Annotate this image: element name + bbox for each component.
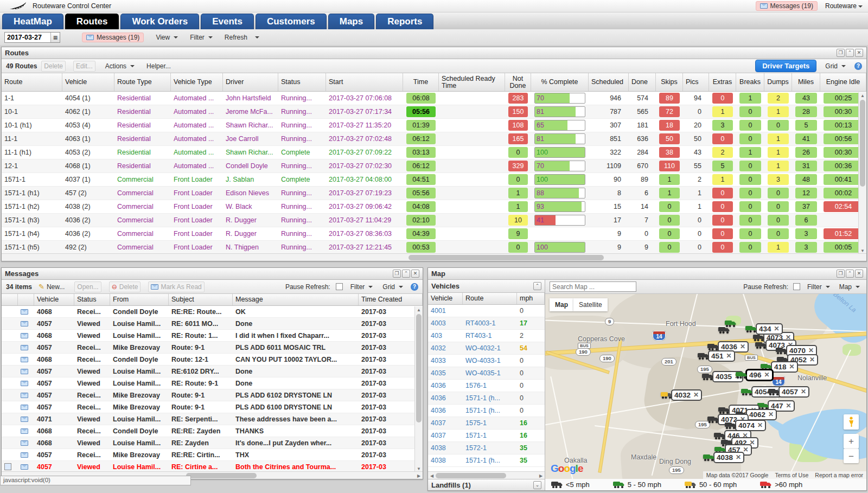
routes-col-dumps[interactable]: Dumps bbox=[764, 73, 792, 91]
vehicle-marker[interactable] bbox=[718, 326, 729, 334]
marker-close-icon[interactable]: ✕ bbox=[757, 421, 763, 430]
maximize-icon[interactable]: ❐ bbox=[837, 49, 845, 57]
vehicle-link[interactable]: 4038 bbox=[428, 454, 463, 466]
route-link[interactable]: 1571-1 (h... bbox=[463, 392, 517, 404]
route-link[interactable]: 1571-1 bbox=[463, 430, 517, 441]
landfills-subpanel-header[interactable]: Landfills (1) ⌄ bbox=[428, 479, 545, 490]
expand-icon[interactable]: ⌄ bbox=[533, 481, 541, 489]
message-row[interactable]: 4057ViewedLouise Hamil...RE: Route: 9-1D… bbox=[2, 377, 423, 389]
calendar-icon[interactable]: ▦ bbox=[50, 33, 60, 42]
vehicle-marker-451[interactable]: 451✕ bbox=[697, 350, 735, 362]
account-menu[interactable]: Routeware bbox=[825, 2, 863, 10]
vehicle-marker-434[interactable]: 434✕ bbox=[745, 323, 783, 335]
routes-vertical-scrollbar[interactable]: ▲▼ bbox=[858, 92, 866, 254]
maximize-icon[interactable]: ❐ bbox=[393, 270, 401, 278]
routes-col-status[interactable]: Status bbox=[278, 73, 326, 91]
refresh-menu[interactable]: Refresh bbox=[225, 34, 259, 41]
vehicle-link[interactable]: 4037 bbox=[428, 417, 463, 429]
vehicle-row[interactable]: 4035WO-4035-10 bbox=[428, 367, 545, 380]
message-row[interactable]: 4057ViewedLouise Hamil...RE:6102 DRY...D… bbox=[2, 366, 423, 377]
table-row[interactable]: 1571-1 (h5)492 (2)CommercialFront Loader… bbox=[2, 241, 866, 254]
routes-col-pics[interactable]: Pics bbox=[683, 73, 709, 91]
message-row[interactable]: 4068ViewedLouise Hamil...RE: Route: 1...… bbox=[2, 330, 423, 342]
collapse-icon[interactable]: ⌃ bbox=[846, 270, 854, 278]
marker-close-icon[interactable]: ✕ bbox=[786, 401, 792, 411]
vehicle-row[interactable]: 4032WO-4032-154 bbox=[428, 342, 545, 355]
message-row[interactable]: 4057Recei...Mike BrezovayRoute: 9-1PLS A… bbox=[2, 389, 423, 401]
tab-events[interactable]: Events bbox=[201, 14, 254, 29]
maximize-icon[interactable]: ❐ bbox=[837, 270, 845, 278]
message-row[interactable]: 4057Recei...Mike BrezovayRE:RE: Cirtin..… bbox=[2, 449, 423, 461]
routes-col-extras[interactable]: Extras bbox=[709, 73, 736, 91]
collapse-icon[interactable]: ⌃ bbox=[402, 270, 410, 278]
vehicle-link[interactable]: 4036 bbox=[428, 392, 463, 404]
message-row[interactable]: 4057ViewedLouise Hamil...RE: 6011 MO...D… bbox=[2, 318, 423, 330]
header-messages-button[interactable]: Messages (19) bbox=[756, 1, 818, 11]
table-row[interactable]: 1571-1 (h1)457 (2)CommercialFront Loader… bbox=[2, 187, 866, 200]
zoom-in-button[interactable]: + bbox=[844, 434, 859, 449]
message-row[interactable]: 4071ViewedLouise Hamil...RE: Serpenti...… bbox=[2, 413, 423, 425]
route-link[interactable]: RT4003-1 bbox=[463, 317, 517, 329]
message-row[interactable]: 4068Recei...Condell DoyleRoute: 12-1CAN … bbox=[2, 354, 423, 366]
street-view-pegman[interactable] bbox=[844, 414, 859, 430]
routes-col-route[interactable]: Route bbox=[2, 73, 62, 91]
map-type-map-button[interactable]: Map bbox=[550, 298, 573, 311]
vehicle-link[interactable]: 403 bbox=[428, 330, 463, 342]
edit-button[interactable]: Edit... bbox=[73, 61, 95, 72]
routes-col-done[interactable]: Done bbox=[629, 73, 656, 91]
marker-close-icon[interactable]: ✕ bbox=[789, 362, 795, 372]
messages-col-message[interactable]: Message bbox=[233, 294, 359, 305]
vehicle-marker-4074[interactable]: 4074✕ bbox=[724, 420, 766, 431]
message-row[interactable]: 4068Recei...Condell DoyleRE:RE: Route...… bbox=[2, 306, 423, 318]
date-input[interactable] bbox=[5, 33, 50, 42]
vehicle-link[interactable]: 4003 bbox=[428, 317, 463, 329]
delete-button[interactable]: Delete bbox=[41, 61, 66, 72]
message-row[interactable]: 4057Recei...Mike BrezovayRoute: 9-1PLS A… bbox=[2, 401, 423, 413]
routes-col-vehicle[interactable]: Vehicle bbox=[62, 73, 114, 91]
vehicle-link[interactable]: 4033 bbox=[428, 355, 463, 367]
zoom-out-button[interactable]: − bbox=[844, 449, 859, 463]
route-link[interactable]: 1576-1 bbox=[463, 380, 517, 392]
table-row[interactable]: 1-14054 (1)ResidentialAutomated ...John … bbox=[2, 92, 866, 105]
vehicle-link[interactable]: 4038 bbox=[428, 442, 463, 454]
routes-horizontal-scrollbar[interactable] bbox=[2, 253, 866, 261]
marker-close-icon[interactable]: ✕ bbox=[774, 324, 780, 334]
message-row[interactable]: 4068Recei...Condell DoyleRE:RE: ZaydenTH… bbox=[2, 425, 423, 437]
marker-close-icon[interactable]: ✕ bbox=[736, 453, 741, 462]
vehicle-link[interactable]: 4037 bbox=[428, 430, 463, 441]
marker-close-icon[interactable]: ✕ bbox=[809, 355, 815, 364]
route-link[interactable]: 1571-1 (h... bbox=[463, 454, 517, 466]
report-map-error-link[interactable]: Report a map error bbox=[812, 471, 866, 479]
routes-col-scheduled[interactable]: Scheduled bbox=[589, 73, 629, 91]
toolbar-messages-button[interactable]: Messages (19) bbox=[82, 33, 144, 42]
close-icon[interactable]: ✕ bbox=[855, 270, 863, 278]
vehicle-row[interactable]: 40381572-135 bbox=[428, 442, 545, 454]
view-menu[interactable]: View bbox=[156, 34, 178, 41]
map-search-input[interactable] bbox=[550, 281, 636, 292]
message-checkbox[interactable] bbox=[4, 463, 11, 470]
tab-routes[interactable]: Routes bbox=[65, 14, 119, 29]
map-type-satellite-button[interactable]: Satellite bbox=[573, 298, 608, 311]
routes-col-driver[interactable]: Driver bbox=[223, 73, 278, 91]
marker-close-icon[interactable]: ✕ bbox=[693, 390, 699, 400]
messages-filter-menu[interactable]: Filter bbox=[348, 282, 375, 292]
routes-col-breaks[interactable]: Breaks bbox=[736, 73, 764, 91]
messages-col-status[interactable]: Status bbox=[74, 294, 110, 305]
mark-as-read-button[interactable]: Mark As Read bbox=[148, 281, 204, 292]
marker-close-icon[interactable]: ✕ bbox=[764, 370, 770, 380]
pause-refresh-checkbox[interactable] bbox=[793, 283, 800, 290]
vehicles-col-mph[interactable]: mph bbox=[517, 293, 545, 304]
vehicle-row[interactable]: 40361571-1 (h...0 bbox=[428, 392, 545, 405]
vehicles-horizontal-scrollbar[interactable]: ◀ ▶ bbox=[428, 471, 545, 479]
vehicle-row[interactable]: 40381571-1 (h...35 bbox=[428, 454, 545, 467]
routes-col-skips[interactable]: Skips bbox=[656, 73, 683, 91]
route-link[interactable]: WO-4032-1 bbox=[463, 342, 517, 354]
table-row[interactable]: 12-14068 (1)ResidentialAutomated ...Cond… bbox=[2, 159, 866, 173]
vehicle-row[interactable]: 40361571-1 (h...0 bbox=[428, 405, 545, 417]
table-row[interactable]: 11-1 (h1)4053 (2)ResidentialAutomated ..… bbox=[2, 146, 866, 159]
route-link[interactable]: RT403-1 bbox=[463, 330, 517, 342]
messages-col-blank[interactable] bbox=[18, 294, 34, 305]
routes-col-vehicle-type[interactable]: Vehicle Type bbox=[171, 73, 223, 91]
vehicle-row[interactable]: 40371575-116 bbox=[428, 417, 545, 430]
messages-grid-menu[interactable]: Grid bbox=[380, 282, 405, 292]
